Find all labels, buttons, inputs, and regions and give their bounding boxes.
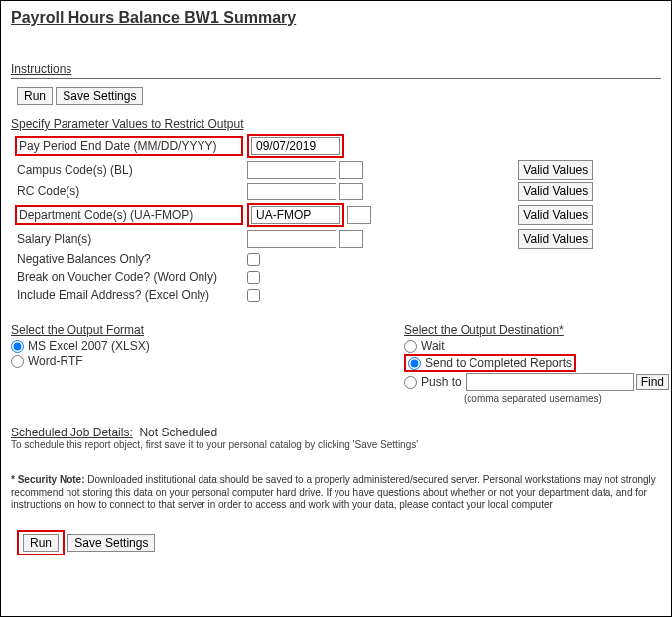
push-note: (comma separated usernames): [464, 393, 669, 404]
param-label-include-email: Include Email Address? (Excel Only): [15, 287, 211, 303]
campus-codes-extra-input[interactable]: [339, 161, 363, 179]
find-button[interactable]: Find: [636, 374, 669, 390]
instructions-heading: Instructions: [11, 62, 661, 76]
run-button-bottom[interactable]: Run: [23, 534, 59, 552]
save-settings-button-top[interactable]: Save Settings: [56, 87, 143, 105]
campus-codes-input[interactable]: [247, 161, 336, 179]
pay-period-end-date-input[interactable]: [251, 137, 340, 155]
push-to-input[interactable]: [466, 373, 634, 391]
negative-balances-checkbox[interactable]: [247, 253, 260, 266]
include-email-checkbox[interactable]: [247, 289, 260, 302]
param-label-dept-codes: Department Code(s) (UA-FMOP): [19, 208, 193, 222]
dept-codes-input[interactable]: [251, 206, 340, 224]
parameters-table: Pay Period End Date (MM/DD/YYYY) Campus …: [13, 133, 595, 304]
parameters-heading: Specify Parameter Values to Restrict Out…: [11, 117, 661, 131]
salary-plans-input[interactable]: [247, 230, 336, 248]
output-dest-push-label: Push to: [421, 375, 462, 389]
output-format-xlsx-label: MS Excel 2007 (XLSX): [28, 339, 150, 353]
rc-codes-input[interactable]: [247, 183, 336, 200]
scheduled-status: Not Scheduled: [139, 426, 217, 439]
salary-plans-extra-input[interactable]: [339, 230, 363, 248]
valid-values-button-salary[interactable]: Valid Values: [518, 229, 593, 249]
param-label-pay-period-end: Pay Period End Date (MM/DD/YYYY): [19, 139, 216, 153]
valid-values-button-dept[interactable]: Valid Values: [518, 205, 593, 225]
param-label-campus-codes: Campus Code(s) (BL): [15, 162, 135, 178]
output-format-heading: Select the Output Format: [11, 323, 289, 337]
save-settings-button-bottom[interactable]: Save Settings: [67, 534, 155, 552]
dept-codes-extra-input[interactable]: [347, 206, 371, 224]
output-format-xlsx-radio[interactable]: [11, 340, 24, 353]
scheduled-note: To schedule this report object, first sa…: [11, 439, 661, 450]
output-dest-wait-radio[interactable]: [404, 340, 417, 353]
param-label-salary-plans: Salary Plan(s): [15, 231, 93, 247]
param-label-break-voucher: Break on Voucher Code? (Word Only): [15, 269, 219, 285]
rc-codes-extra-input[interactable]: [339, 183, 363, 200]
output-destination-heading: Select the Output Destination*: [404, 323, 669, 337]
break-voucher-checkbox[interactable]: [247, 271, 260, 284]
divider: [11, 78, 661, 79]
output-dest-push-radio[interactable]: [404, 376, 417, 389]
param-label-neg-balances: Negative Balances Only?: [15, 251, 153, 267]
security-note-label: * Security Note:: [11, 474, 84, 485]
output-dest-send-label: Send to Completed Reports: [425, 356, 572, 370]
valid-values-button-campus[interactable]: Valid Values: [518, 160, 593, 180]
page-title: Payroll Hours Balance BW1 Summary: [11, 9, 661, 27]
output-format-word-radio[interactable]: [11, 355, 24, 368]
output-dest-wait-label: Wait: [421, 339, 445, 353]
valid-values-button-rc[interactable]: Valid Values: [518, 182, 593, 201]
param-label-rc-codes: RC Code(s): [15, 184, 81, 199]
security-note-text: Downloaded institutional data should be …: [11, 474, 656, 510]
output-dest-send-radio[interactable]: [408, 357, 421, 370]
output-format-word-label: Word-RTF: [28, 354, 83, 368]
scheduled-heading: Scheduled Job Details:: [11, 426, 133, 439]
run-button-top[interactable]: Run: [17, 87, 53, 105]
